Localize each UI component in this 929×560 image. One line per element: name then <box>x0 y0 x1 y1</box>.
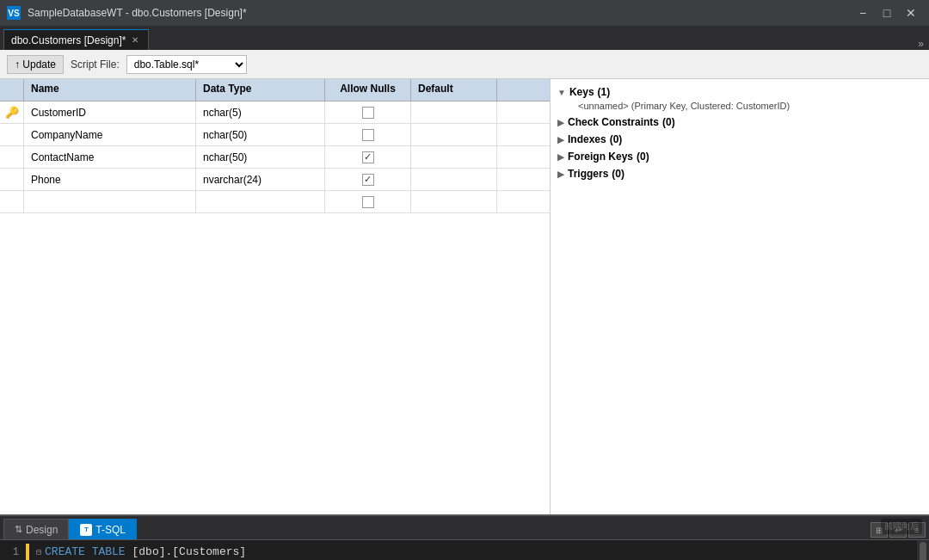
foreign-keys-header[interactable]: ▶ Foreign Keys (0) <box>557 151 922 163</box>
datatype-cell[interactable]: nchar(5) <box>196 102 325 123</box>
name-cell[interactable]: CustomerID <box>24 102 196 123</box>
col-header-name: Name <box>24 79 196 101</box>
nulls-checkbox[interactable] <box>362 196 374 208</box>
tab-close-icon[interactable]: ✕ <box>129 34 141 46</box>
indexes-label: Indexes <box>568 133 606 145</box>
default-cell[interactable] <box>411 169 497 190</box>
document-tab-bar: dbo.Customers [Design]* ✕ » <box>0 26 929 50</box>
collapse-icon: ▶ <box>557 169 564 179</box>
nulls-cell[interactable] <box>325 146 411 168</box>
row-indicator-cell <box>0 169 24 190</box>
collapse-icon: ▼ <box>557 88 566 97</box>
col-header-nulls: Allow Nulls <box>325 79 411 101</box>
nulls-checkbox[interactable] <box>362 129 374 141</box>
tab-scroll-button[interactable]: » <box>913 38 929 50</box>
check-constraints-header[interactable]: ▶ Check Constraints (0) <box>557 116 922 128</box>
default-cell[interactable] <box>411 191 497 212</box>
row-indicator-cell <box>0 146 24 168</box>
primary-key-icon: 🔑 <box>5 106 19 119</box>
name-cell[interactable]: ContactName <box>24 146 196 168</box>
name-cell[interactable]: CompanyName <box>24 124 196 145</box>
collapse-icon: ▶ <box>557 152 564 162</box>
triggers-count: (0) <box>612 168 624 180</box>
tsql-editor[interactable]: 1 ⊟CREATE TABLE [dbo].[Customers] 2 ( 3 … <box>0 540 929 560</box>
minimize-button[interactable]: − <box>852 4 874 22</box>
default-cell[interactable] <box>411 124 497 145</box>
main-content-area: Name Data Type Allow Nulls Default 🔑 Cus… <box>0 79 929 514</box>
check-constraints-count: (0) <box>662 116 675 128</box>
nulls-cell[interactable] <box>325 124 411 145</box>
datatype-cell[interactable]: nchar(50) <box>196 124 325 145</box>
editor-scrollbar[interactable] <box>917 540 929 560</box>
triggers-label: Triggers <box>568 168 608 180</box>
properties-panel: ▼ Keys (1) <unnamed> (Primary Key, Clust… <box>551 79 929 514</box>
script-file-select[interactable]: dbo.Table.sql* <box>126 55 247 74</box>
nulls-checkbox[interactable] <box>362 174 374 186</box>
keys-count: (1) <box>598 86 611 98</box>
indexes-section: ▶ Indexes (0) <box>557 133 922 145</box>
indexes-header[interactable]: ▶ Indexes (0) <box>557 133 922 145</box>
tsql-tab-label: T-SQL <box>95 524 126 536</box>
nulls-cell[interactable] <box>325 191 411 212</box>
update-button[interactable]: ↑ Update <box>7 55 64 74</box>
table-row[interactable]: ContactName nchar(50) <box>0 146 550 169</box>
tsql-icon: T <box>80 524 92 536</box>
design-toolbar: ↑ Update Script File: dbo.Table.sql* <box>0 50 929 79</box>
foreign-keys-label: Foreign Keys <box>568 151 633 163</box>
tab-tsql[interactable]: T T-SQL <box>69 519 137 539</box>
nulls-cell[interactable] <box>325 102 411 123</box>
watermark: 前端向后 <box>881 519 922 534</box>
table-row[interactable]: CompanyName nchar(50) <box>0 124 550 146</box>
check-constraints-label: Check Constraints <box>568 116 659 128</box>
window-controls: − □ ✕ <box>852 4 922 22</box>
nulls-checkbox[interactable] <box>362 151 374 163</box>
keys-item: <unnamed> (Primary Key, Clustered: Custo… <box>557 101 922 111</box>
datatype-cell[interactable] <box>196 191 325 212</box>
script-file-label: Script File: <box>71 58 120 71</box>
column-headers: Name Data Type Allow Nulls Default <box>0 79 550 102</box>
design-tab-label: Design <box>26 524 58 536</box>
title-bar: VS SampleDatabaseWT - dbo.Customers [Des… <box>0 0 929 26</box>
row-indicator-cell: 🔑 <box>0 102 24 123</box>
default-cell[interactable] <box>411 102 497 123</box>
name-cell[interactable] <box>24 191 196 212</box>
tab-design[interactable]: ⇅ Design <box>3 519 69 539</box>
table-row[interactable]: Phone nvarchar(24) <box>0 169 550 191</box>
datatype-cell[interactable]: nvarchar(24) <box>196 169 325 190</box>
keys-header[interactable]: ▼ Keys (1) <box>557 86 922 98</box>
triggers-section: ▶ Triggers (0) <box>557 168 922 180</box>
document-tab-customers[interactable]: dbo.Customers [Design]* ✕ <box>3 29 149 50</box>
default-cell[interactable] <box>411 146 497 168</box>
table-rows-container: 🔑 CustomerID nchar(5) CompanyName nchar(… <box>0 102 550 514</box>
nulls-cell[interactable] <box>325 169 411 190</box>
table-row[interactable]: 🔑 CustomerID nchar(5) <box>0 102 550 124</box>
col-header-datatype: Data Type <box>196 79 325 101</box>
name-cell[interactable]: Phone <box>24 169 196 190</box>
check-constraints-section: ▶ Check Constraints (0) <box>557 116 922 128</box>
table-row[interactable] <box>0 191 550 213</box>
table-design-panel: Name Data Type Allow Nulls Default 🔑 Cus… <box>0 79 551 514</box>
nulls-checkbox[interactable] <box>362 107 374 119</box>
triggers-header[interactable]: ▶ Triggers (0) <box>557 168 922 180</box>
bottom-section: ⇅ Design T T-SQL ⊞ ↩ ≡ 1 ⊟CREATE TABLE [… <box>0 514 929 560</box>
row-indicator-cell <box>0 124 24 145</box>
row-indicator-cell <box>0 191 24 212</box>
col-header-indicator <box>0 79 24 101</box>
collapse-icon: ▶ <box>557 118 564 127</box>
window-title: SampleDatabaseWT - dbo.Customers [Design… <box>28 7 247 19</box>
code-line-1: 1 ⊟CREATE TABLE [dbo].[Customers] <box>0 544 929 560</box>
design-tab-arrows-icon: ⇅ <box>15 524 22 535</box>
keys-label: Keys <box>569 86 594 98</box>
foreign-keys-section: ▶ Foreign Keys (0) <box>557 151 922 163</box>
datatype-cell[interactable]: nchar(50) <box>196 146 325 168</box>
collapse-icon: ▶ <box>557 135 564 145</box>
indexes-count: (0) <box>610 133 623 145</box>
scroll-thumb[interactable] <box>920 542 926 560</box>
close-button[interactable]: ✕ <box>900 4 922 22</box>
col-header-default: Default <box>411 79 497 101</box>
line-content[interactable]: ⊟CREATE TABLE [dbo].[Customers] <box>29 544 253 560</box>
restore-button[interactable]: □ <box>876 4 898 22</box>
tab-label: dbo.Customers [Design]* <box>11 34 126 46</box>
line-number: 1 <box>0 544 26 560</box>
vs-logo-icon: VS <box>7 6 21 20</box>
